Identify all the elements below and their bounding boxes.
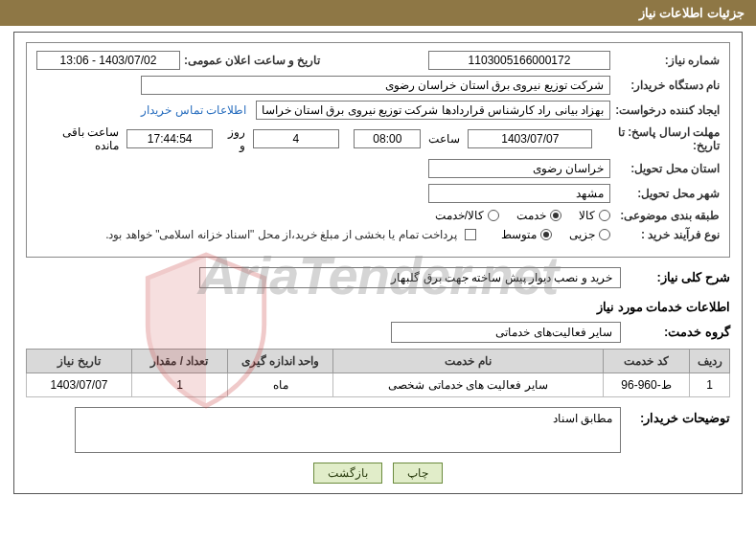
page-header: جزئیات اطلاعات نیاز: [0, 0, 756, 26]
page-title: جزئیات اطلاعات نیاز: [639, 6, 745, 20]
th-qty: تعداد / مقدار: [132, 349, 228, 373]
table-header-row: ردیف کد خدمت نام خدمت واحد اندازه گیری ت…: [27, 349, 730, 373]
row-request-creator: ایجاد کننده درخواست: اطلاعات تماس خریدار: [36, 101, 720, 120]
deadline-label: مهلت ارسال پاسخ: تا تاریخ:: [596, 125, 720, 153]
td-unit: ماه: [228, 373, 333, 396]
payment-note: پرداخت تمام یا بخشی از مبلغ خرید،از محل …: [105, 228, 457, 241]
radio-partial-label: جزیی: [569, 228, 595, 241]
row-category: طبقه بندی موضوعی: کالا خدمت کالا/خدمت: [36, 209, 720, 222]
services-title: اطلاعات خدمات مورد نیاز: [26, 300, 730, 314]
radio-icon: [599, 210, 610, 221]
th-date: تاریخ نیاز: [27, 349, 132, 373]
need-desc-input[interactable]: [199, 267, 621, 288]
process-radio-group: جزیی متوسط: [501, 228, 610, 241]
delivery-city-input[interactable]: [428, 184, 610, 203]
category-label: طبقه بندی موضوعی:: [614, 209, 720, 222]
buyer-notes-label: توضیحات خریدار:: [625, 407, 730, 425]
announce-label: تاریخ و ساعت اعلان عمومی:: [184, 54, 320, 67]
days-remain-label: روز و: [220, 125, 245, 152]
service-group-input[interactable]: [391, 322, 621, 343]
deadline-time-input[interactable]: [354, 129, 421, 148]
row-service-group: گروه خدمت:: [26, 322, 730, 343]
th-row: ردیف: [690, 349, 730, 373]
deadline-time-label: ساعت: [428, 132, 460, 146]
th-name: نام خدمت: [333, 349, 604, 373]
request-creator-label: ایجاد کننده درخواست:: [614, 103, 720, 117]
radio-icon: [550, 210, 561, 221]
row-buyer-notes: توضیحات خریدار:: [26, 407, 730, 453]
print-button[interactable]: چاپ: [393, 463, 443, 484]
payment-checkbox[interactable]: [465, 229, 476, 240]
time-remain-label: ساعت باقی مانده: [40, 125, 119, 152]
td-name: سایر فعالیت های خدماتی شخصی: [333, 373, 604, 396]
row-delivery-province: استان محل تحویل:: [36, 159, 720, 178]
radio-icon: [540, 229, 552, 240]
radio-goods-label: کالا: [579, 209, 595, 222]
row-deadline: مهلت ارسال پاسخ: تا تاریخ: ساعت روز و سا…: [36, 125, 720, 153]
services-table: ردیف کد خدمت نام خدمت واحد اندازه گیری ت…: [26, 349, 730, 397]
button-row: چاپ بازگشت: [26, 463, 730, 484]
deadline-date-input[interactable]: [468, 129, 592, 148]
radio-goods[interactable]: کالا: [579, 209, 610, 222]
radio-medium-label: متوسط: [501, 228, 537, 241]
radio-service-label: خدمت: [516, 209, 546, 222]
need-number-input[interactable]: [428, 51, 610, 70]
td-code: ط-960-96: [604, 373, 690, 396]
radio-both[interactable]: کالا/خدمت: [435, 209, 499, 222]
days-remain-input[interactable]: [253, 129, 339, 148]
row-process: نوع فرآیند خرید : جزیی متوسط پرداخت تمام…: [36, 228, 720, 241]
table-row: 1 ط-960-96 سایر فعالیت های خدماتی شخصی م…: [27, 373, 730, 396]
announce-input[interactable]: [36, 51, 180, 70]
need-desc-label: شرح کلی نیاز:: [625, 270, 730, 284]
need-number-label: شماره نیاز:: [614, 54, 720, 67]
info-box: شماره نیاز: تاریخ و ساعت اعلان عمومی: نا…: [26, 42, 730, 258]
td-qty: 1: [132, 373, 228, 396]
row-need-desc: شرح کلی نیاز:: [26, 267, 730, 288]
category-radio-group: کالا خدمت کالا/خدمت: [435, 209, 610, 222]
request-creator-input[interactable]: [256, 101, 610, 120]
buyer-org-label: نام دستگاه خریدار:: [614, 79, 720, 92]
contact-link[interactable]: اطلاعات تماس خریدار: [141, 103, 246, 117]
radio-icon: [599, 229, 610, 240]
td-date: 1403/07/07: [27, 373, 132, 396]
th-code: کد خدمت: [604, 349, 690, 373]
delivery-province-label: استان محل تحویل:: [614, 162, 720, 175]
radio-both-label: کالا/خدمت: [435, 209, 484, 222]
delivery-province-input[interactable]: [428, 159, 610, 178]
buyer-org-input[interactable]: [141, 76, 610, 95]
radio-service[interactable]: خدمت: [516, 209, 561, 222]
radio-medium[interactable]: متوسط: [501, 228, 552, 241]
td-row: 1: [690, 373, 730, 396]
radio-partial[interactable]: جزیی: [569, 228, 610, 241]
th-unit: واحد اندازه گیری: [228, 349, 333, 373]
process-label: نوع فرآیند خرید :: [614, 228, 720, 241]
radio-icon: [488, 210, 499, 221]
row-need-number: شماره نیاز: تاریخ و ساعت اعلان عمومی:: [36, 51, 720, 70]
row-delivery-city: شهر محل تحویل:: [36, 184, 720, 203]
row-buyer-org: نام دستگاه خریدار:: [36, 76, 720, 95]
main-panel: شماره نیاز: تاریخ و ساعت اعلان عمومی: نا…: [13, 32, 743, 494]
back-button[interactable]: بازگشت: [313, 463, 382, 484]
buyer-notes-textarea[interactable]: [75, 407, 621, 453]
time-remain-input[interactable]: [126, 129, 213, 148]
service-group-label: گروه خدمت:: [625, 325, 730, 339]
delivery-city-label: شهر محل تحویل:: [614, 187, 720, 200]
